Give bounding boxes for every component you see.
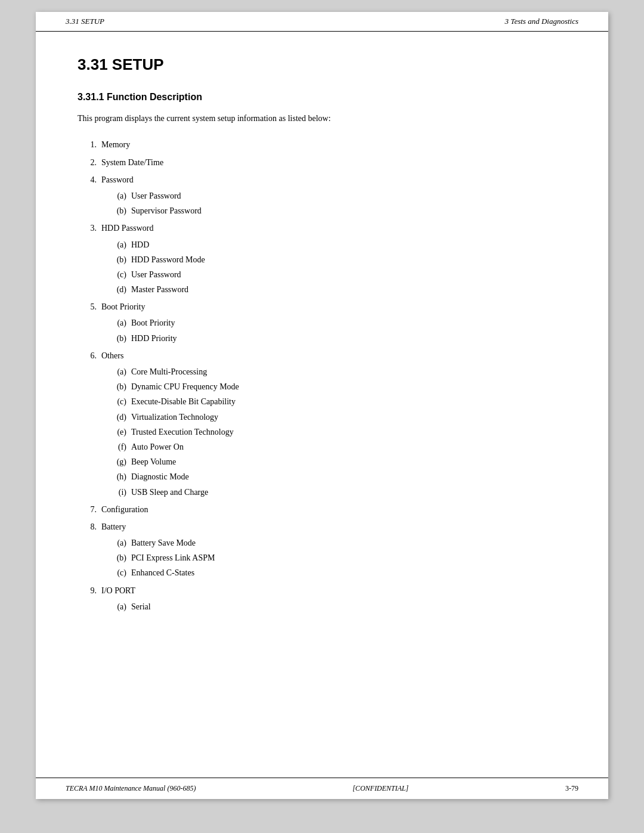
main-list-item: 2.System Date/Time: [78, 155, 566, 170]
sub-list-text: Execute-Disable Bit Capability: [131, 394, 566, 409]
sub-list-item: (e)Trusted Execution Technology: [78, 425, 566, 439]
list-number: 8.: [78, 519, 101, 534]
sub-list-item: (a)Core Multi-Processing: [78, 364, 566, 379]
page: 3.31 SETUP 3 Tests and Diagnostics 3.31 …: [36, 12, 608, 799]
list-item: 2.System Date/Time: [78, 155, 566, 170]
sub-list-letter: (f): [113, 439, 131, 454]
sub-list-item: (b)Supervisor Password: [78, 203, 566, 218]
sub-list-letter: (b): [113, 331, 131, 346]
main-list-item: 5.Boot Priority: [78, 299, 566, 314]
content: 3.31 SETUP 3.31.1 Function Description T…: [36, 32, 608, 652]
sub-list-item: (a)HDD: [78, 237, 566, 252]
sub-list-letter: (d): [113, 410, 131, 425]
list-number: 9.: [78, 583, 101, 598]
list-item: 6.Others(a)Core Multi-Processing(b)Dynam…: [78, 348, 566, 500]
sub-list-item: (a)Boot Priority: [78, 315, 566, 330]
sub-list-text: User Password: [131, 267, 566, 282]
sub-list-item: (c)User Password: [78, 267, 566, 282]
main-list-item: 7.Configuration: [78, 502, 566, 517]
sub-list-item: (a)User Password: [78, 188, 566, 203]
list-number: 4.: [78, 172, 101, 187]
sub-list-text: Auto Power On: [131, 439, 566, 454]
sub-list-item: (f)Auto Power On: [78, 439, 566, 454]
sub-list-letter: (b): [113, 550, 131, 565]
sub-list-item: (b)HDD Password Mode: [78, 252, 566, 267]
sub-list-text: Supervisor Password: [131, 203, 566, 218]
footer-right: 3-79: [565, 784, 578, 793]
intro-text: This program displays the current system…: [78, 112, 566, 125]
sub-list-item: (a)Battery Save Mode: [78, 535, 566, 550]
main-list-item: 9.I/O PORT: [78, 583, 566, 598]
list-item: 3.HDD Password(a)HDD(b)HDD Password Mode…: [78, 221, 566, 297]
sub-list-letter: (e): [113, 425, 131, 439]
sub-list-text: Serial: [131, 599, 566, 614]
list-number: 6.: [78, 348, 101, 363]
sub-list-letter: (c): [113, 267, 131, 282]
list-number: 7.: [78, 502, 101, 517]
list-item: 9.I/O PORT(a)Serial: [78, 583, 566, 614]
sub-list-item: (i)USB Sleep and Charge: [78, 485, 566, 500]
sub-list-text: Battery Save Mode: [131, 535, 566, 550]
main-list-item: 8.Battery: [78, 519, 566, 534]
sub-list-letter: (a): [113, 188, 131, 203]
sub-list-letter: (i): [113, 485, 131, 500]
list-number: 5.: [78, 299, 101, 314]
list-item: 7.Configuration: [78, 502, 566, 517]
list-text: I/O PORT: [101, 583, 566, 598]
list-text: Memory: [101, 137, 566, 152]
footer: TECRA M10 Maintenance Manual (960-685) […: [36, 778, 608, 799]
list-number: 1.: [78, 137, 101, 152]
header-left: 3.31 SETUP: [66, 17, 104, 26]
sub-list-item: (a)Serial: [78, 599, 566, 614]
sub-list-item: (c)Enhanced C-States: [78, 565, 566, 580]
sub-list-text: Beep Volume: [131, 454, 566, 469]
main-list-item: 4.Password: [78, 172, 566, 187]
sub-list-letter: (b): [113, 203, 131, 218]
sub-list-text: Virtualization Technology: [131, 410, 566, 425]
sub-list-letter: (d): [113, 282, 131, 297]
list-container: 1.Memory2.System Date/Time4.Password(a)U…: [78, 137, 566, 614]
header: 3.31 SETUP 3 Tests and Diagnostics: [36, 12, 608, 32]
sub-list-text: USB Sleep and Charge: [131, 485, 566, 500]
sub-list-text: Dynamic CPU Frequency Mode: [131, 379, 566, 394]
sub-list-letter: (b): [113, 252, 131, 267]
list-text: Configuration: [101, 502, 566, 517]
sub-list-text: Core Multi-Processing: [131, 364, 566, 379]
sub-list-item: (b)HDD Priority: [78, 331, 566, 346]
list-text: Password: [101, 172, 566, 187]
sub-list-text: Master Password: [131, 282, 566, 297]
list-number: 2.: [78, 155, 101, 170]
sub-list-letter: (g): [113, 454, 131, 469]
footer-left: TECRA M10 Maintenance Manual (960-685): [66, 784, 196, 793]
sub-list-text: HDD Priority: [131, 331, 566, 346]
sub-list-item: (g)Beep Volume: [78, 454, 566, 469]
sub-list-item: (c)Execute-Disable Bit Capability: [78, 394, 566, 409]
list-item: 5.Boot Priority(a)Boot Priority(b)HDD Pr…: [78, 299, 566, 346]
sub-list-text: PCI Express Link ASPM: [131, 550, 566, 565]
list-text: Others: [101, 348, 566, 363]
sub-list-letter: (c): [113, 565, 131, 580]
sub-list-item: (d)Virtualization Technology: [78, 410, 566, 425]
list-text: System Date/Time: [101, 155, 566, 170]
sub-list-letter: (a): [113, 364, 131, 379]
list-item: 1.Memory: [78, 137, 566, 152]
main-title: 3.31 SETUP: [78, 55, 566, 74]
sub-list-text: HDD: [131, 237, 566, 252]
list-item: 4.Password(a)User Password(b)Supervisor …: [78, 172, 566, 219]
sub-list: (a)Boot Priority(b)HDD Priority: [78, 315, 566, 345]
sub-list: (a)Serial: [78, 599, 566, 614]
main-list-item: 6.Others: [78, 348, 566, 363]
list-text: Boot Priority: [101, 299, 566, 314]
header-right: 3 Tests and Diagnostics: [505, 17, 578, 26]
main-list-item: 1.Memory: [78, 137, 566, 152]
sub-list-item: (h)Diagnostic Mode: [78, 469, 566, 484]
sub-list-text: User Password: [131, 188, 566, 203]
main-list-item: 3.HDD Password: [78, 221, 566, 236]
section-title: 3.31.1 Function Description: [78, 92, 566, 103]
sub-list-item: (b)Dynamic CPU Frequency Mode: [78, 379, 566, 394]
list-number: 3.: [78, 221, 101, 236]
sub-list: (a)HDD(b)HDD Password Mode(c)User Passwo…: [78, 237, 566, 298]
main-list: 1.Memory2.System Date/Time4.Password(a)U…: [78, 137, 566, 614]
sub-list-letter: (c): [113, 394, 131, 409]
sub-list-text: Enhanced C-States: [131, 565, 566, 580]
